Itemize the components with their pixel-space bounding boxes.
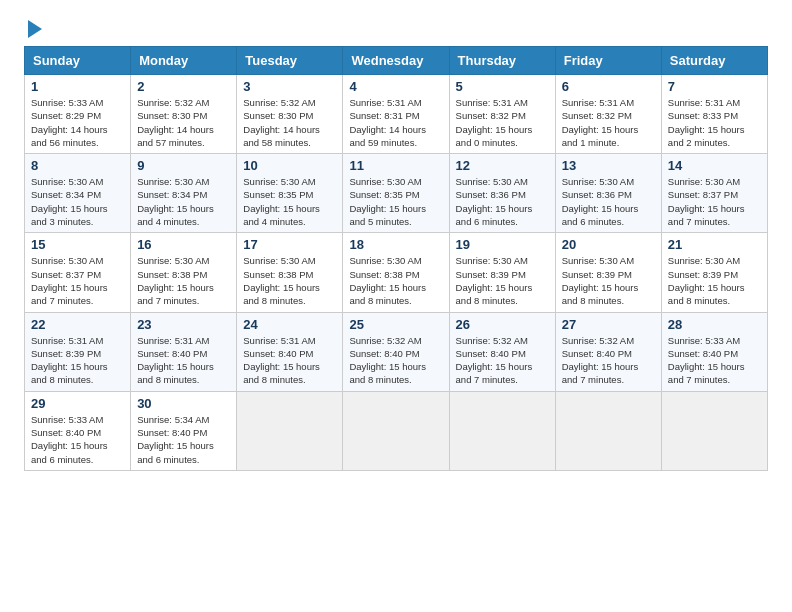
logo-arrow-icon: [28, 20, 42, 38]
day-detail: Sunrise: 5:30 AMSunset: 8:34 PMDaylight:…: [137, 175, 230, 228]
day-number: 17: [243, 237, 336, 252]
day-detail: Sunrise: 5:31 AMSunset: 8:33 PMDaylight:…: [668, 96, 761, 149]
day-number: 6: [562, 79, 655, 94]
calendar-week-row: 15Sunrise: 5:30 AMSunset: 8:37 PMDayligh…: [25, 233, 768, 312]
day-detail: Sunrise: 5:32 AMSunset: 8:40 PMDaylight:…: [562, 334, 655, 387]
calendar-cell: 22Sunrise: 5:31 AMSunset: 8:39 PMDayligh…: [25, 312, 131, 391]
day-detail: Sunrise: 5:31 AMSunset: 8:31 PMDaylight:…: [349, 96, 442, 149]
calendar-cell: 25Sunrise: 5:32 AMSunset: 8:40 PMDayligh…: [343, 312, 449, 391]
day-number: 2: [137, 79, 230, 94]
calendar-cell: 9Sunrise: 5:30 AMSunset: 8:34 PMDaylight…: [131, 154, 237, 233]
day-detail: Sunrise: 5:30 AMSunset: 8:36 PMDaylight:…: [456, 175, 549, 228]
calendar-cell: 2Sunrise: 5:32 AMSunset: 8:30 PMDaylight…: [131, 75, 237, 154]
calendar-cell: 15Sunrise: 5:30 AMSunset: 8:37 PMDayligh…: [25, 233, 131, 312]
calendar-cell: 1Sunrise: 5:33 AMSunset: 8:29 PMDaylight…: [25, 75, 131, 154]
day-number: 9: [137, 158, 230, 173]
calendar-header-sunday: Sunday: [25, 47, 131, 75]
day-number: 21: [668, 237, 761, 252]
day-number: 15: [31, 237, 124, 252]
day-number: 18: [349, 237, 442, 252]
calendar-cell: [555, 391, 661, 470]
day-detail: Sunrise: 5:30 AMSunset: 8:35 PMDaylight:…: [243, 175, 336, 228]
calendar-cell: 14Sunrise: 5:30 AMSunset: 8:37 PMDayligh…: [661, 154, 767, 233]
day-number: 4: [349, 79, 442, 94]
day-detail: Sunrise: 5:32 AMSunset: 8:30 PMDaylight:…: [243, 96, 336, 149]
calendar-week-row: 29Sunrise: 5:33 AMSunset: 8:40 PMDayligh…: [25, 391, 768, 470]
day-detail: Sunrise: 5:31 AMSunset: 8:40 PMDaylight:…: [243, 334, 336, 387]
calendar-cell: 16Sunrise: 5:30 AMSunset: 8:38 PMDayligh…: [131, 233, 237, 312]
calendar-cell: 21Sunrise: 5:30 AMSunset: 8:39 PMDayligh…: [661, 233, 767, 312]
day-number: 27: [562, 317, 655, 332]
day-detail: Sunrise: 5:31 AMSunset: 8:40 PMDaylight:…: [137, 334, 230, 387]
calendar-cell: 23Sunrise: 5:31 AMSunset: 8:40 PMDayligh…: [131, 312, 237, 391]
day-detail: Sunrise: 5:31 AMSunset: 8:32 PMDaylight:…: [562, 96, 655, 149]
day-detail: Sunrise: 5:31 AMSunset: 8:39 PMDaylight:…: [31, 334, 124, 387]
calendar-cell: 27Sunrise: 5:32 AMSunset: 8:40 PMDayligh…: [555, 312, 661, 391]
day-number: 8: [31, 158, 124, 173]
day-detail: Sunrise: 5:33 AMSunset: 8:40 PMDaylight:…: [31, 413, 124, 466]
calendar-header-row: SundayMondayTuesdayWednesdayThursdayFrid…: [25, 47, 768, 75]
day-number: 20: [562, 237, 655, 252]
logo: [24, 20, 42, 38]
calendar-cell: 19Sunrise: 5:30 AMSunset: 8:39 PMDayligh…: [449, 233, 555, 312]
day-number: 22: [31, 317, 124, 332]
day-number: 7: [668, 79, 761, 94]
calendar-cell: [237, 391, 343, 470]
day-detail: Sunrise: 5:30 AMSunset: 8:37 PMDaylight:…: [31, 254, 124, 307]
day-detail: Sunrise: 5:34 AMSunset: 8:40 PMDaylight:…: [137, 413, 230, 466]
day-number: 30: [137, 396, 230, 411]
calendar-cell: 8Sunrise: 5:30 AMSunset: 8:34 PMDaylight…: [25, 154, 131, 233]
day-number: 25: [349, 317, 442, 332]
day-detail: Sunrise: 5:30 AMSunset: 8:39 PMDaylight:…: [668, 254, 761, 307]
calendar-header-friday: Friday: [555, 47, 661, 75]
calendar-cell: 7Sunrise: 5:31 AMSunset: 8:33 PMDaylight…: [661, 75, 767, 154]
day-number: 11: [349, 158, 442, 173]
day-detail: Sunrise: 5:30 AMSunset: 8:37 PMDaylight:…: [668, 175, 761, 228]
day-number: 24: [243, 317, 336, 332]
day-detail: Sunrise: 5:30 AMSunset: 8:39 PMDaylight:…: [562, 254, 655, 307]
calendar-cell: 24Sunrise: 5:31 AMSunset: 8:40 PMDayligh…: [237, 312, 343, 391]
calendar-cell: 29Sunrise: 5:33 AMSunset: 8:40 PMDayligh…: [25, 391, 131, 470]
day-detail: Sunrise: 5:32 AMSunset: 8:40 PMDaylight:…: [349, 334, 442, 387]
calendar-week-row: 8Sunrise: 5:30 AMSunset: 8:34 PMDaylight…: [25, 154, 768, 233]
calendar-cell: 10Sunrise: 5:30 AMSunset: 8:35 PMDayligh…: [237, 154, 343, 233]
calendar-header-wednesday: Wednesday: [343, 47, 449, 75]
calendar-cell: [343, 391, 449, 470]
day-number: 28: [668, 317, 761, 332]
day-number: 16: [137, 237, 230, 252]
day-detail: Sunrise: 5:30 AMSunset: 8:38 PMDaylight:…: [137, 254, 230, 307]
day-number: 3: [243, 79, 336, 94]
calendar-cell: 12Sunrise: 5:30 AMSunset: 8:36 PMDayligh…: [449, 154, 555, 233]
calendar-cell: 28Sunrise: 5:33 AMSunset: 8:40 PMDayligh…: [661, 312, 767, 391]
day-detail: Sunrise: 5:33 AMSunset: 8:29 PMDaylight:…: [31, 96, 124, 149]
day-detail: Sunrise: 5:30 AMSunset: 8:36 PMDaylight:…: [562, 175, 655, 228]
calendar-cell: 30Sunrise: 5:34 AMSunset: 8:40 PMDayligh…: [131, 391, 237, 470]
calendar-cell: 3Sunrise: 5:32 AMSunset: 8:30 PMDaylight…: [237, 75, 343, 154]
calendar-header-monday: Monday: [131, 47, 237, 75]
calendar-header-tuesday: Tuesday: [237, 47, 343, 75]
day-detail: Sunrise: 5:30 AMSunset: 8:35 PMDaylight:…: [349, 175, 442, 228]
day-number: 5: [456, 79, 549, 94]
calendar-table: SundayMondayTuesdayWednesdayThursdayFrid…: [24, 46, 768, 471]
calendar-header-saturday: Saturday: [661, 47, 767, 75]
day-number: 12: [456, 158, 549, 173]
day-detail: Sunrise: 5:31 AMSunset: 8:32 PMDaylight:…: [456, 96, 549, 149]
calendar-cell: 17Sunrise: 5:30 AMSunset: 8:38 PMDayligh…: [237, 233, 343, 312]
day-number: 19: [456, 237, 549, 252]
calendar-cell: 11Sunrise: 5:30 AMSunset: 8:35 PMDayligh…: [343, 154, 449, 233]
calendar-week-row: 1Sunrise: 5:33 AMSunset: 8:29 PMDaylight…: [25, 75, 768, 154]
calendar-cell: 20Sunrise: 5:30 AMSunset: 8:39 PMDayligh…: [555, 233, 661, 312]
day-number: 26: [456, 317, 549, 332]
day-detail: Sunrise: 5:32 AMSunset: 8:30 PMDaylight:…: [137, 96, 230, 149]
calendar-cell: 5Sunrise: 5:31 AMSunset: 8:32 PMDaylight…: [449, 75, 555, 154]
calendar-header-thursday: Thursday: [449, 47, 555, 75]
day-detail: Sunrise: 5:30 AMSunset: 8:38 PMDaylight:…: [349, 254, 442, 307]
header: [24, 20, 768, 38]
day-number: 23: [137, 317, 230, 332]
day-number: 14: [668, 158, 761, 173]
calendar-week-row: 22Sunrise: 5:31 AMSunset: 8:39 PMDayligh…: [25, 312, 768, 391]
day-detail: Sunrise: 5:30 AMSunset: 8:38 PMDaylight:…: [243, 254, 336, 307]
day-detail: Sunrise: 5:32 AMSunset: 8:40 PMDaylight:…: [456, 334, 549, 387]
calendar-cell: 4Sunrise: 5:31 AMSunset: 8:31 PMDaylight…: [343, 75, 449, 154]
day-number: 13: [562, 158, 655, 173]
